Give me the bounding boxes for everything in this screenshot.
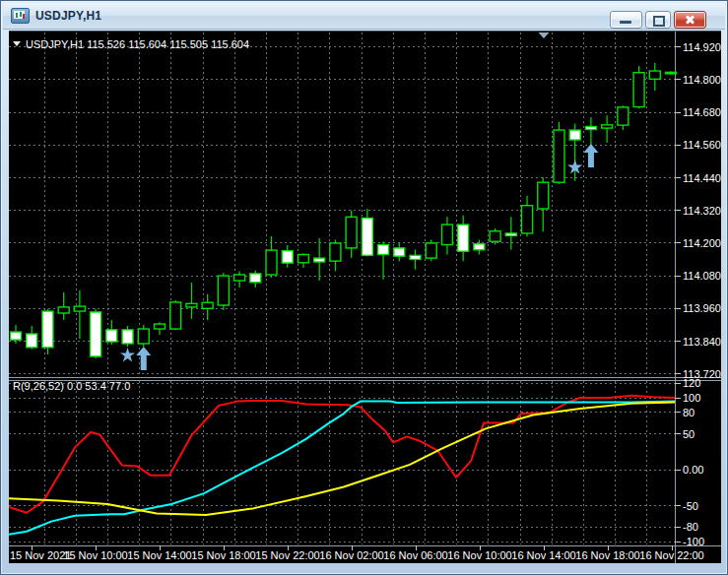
restore-button[interactable]: [645, 11, 671, 29]
indicator-axis-label: -50: [683, 500, 698, 512]
chart-background: [9, 32, 721, 563]
indicator-label: R(9,26,52) 0.0 53.4 77.0: [13, 380, 130, 392]
candle: [554, 122, 564, 184]
time-axis-label: 15 Nov 10:00: [63, 549, 127, 561]
time-axis-label: 15 Nov 18:00: [191, 549, 255, 561]
indicator-axis-label: 120: [683, 377, 700, 389]
chart-canvas[interactable]: 114.920114.800114.680114.560114.440114.3…: [9, 32, 721, 563]
time-axis-label: 16 Nov 18:00: [575, 549, 639, 561]
title-bar[interactable]: USDJPY,H1: [3, 3, 725, 30]
time-axis-label: 15 Nov 2021: [10, 549, 71, 561]
restore-icon: [653, 16, 665, 27]
price-axis-label: 114.200: [683, 237, 721, 249]
indicator-axis-label: 0.00: [683, 464, 703, 476]
window-title: USDJPY,H1: [35, 9, 101, 23]
mt4-chart-window: USDJPY,H1 114.920114.800114.680114.56011…: [0, 0, 728, 575]
time-axis-label: 16 Nov 14:00: [511, 549, 575, 561]
candle: [426, 240, 436, 262]
price-axis-label: 113.960: [683, 302, 721, 314]
candle: [170, 300, 181, 330]
chart-window-icon: [11, 8, 30, 24]
window-controls: [610, 11, 706, 29]
candle: [633, 66, 644, 108]
candle: [91, 309, 101, 358]
time-axis-label: 16 Nov 02:00: [319, 549, 383, 561]
price-axis-label: 113.840: [683, 336, 721, 348]
time-axis-label: 16 Nov 10:00: [447, 549, 511, 561]
price-axis-label: 114.440: [683, 172, 721, 184]
indicator-axis-label: -100: [683, 536, 704, 547]
price-axis-label: 114.320: [683, 205, 721, 217]
close-button[interactable]: [674, 11, 706, 29]
time-axis-label: 15 Nov 14:00: [127, 549, 191, 561]
price-axis-label: 114.080: [683, 270, 721, 282]
minimize-button[interactable]: [610, 11, 642, 29]
time-axis-label: 16 Nov 22:00: [639, 549, 703, 561]
ohlc-label: USDJPY,H1 115.526 115.604 115.505 115.60…: [26, 38, 249, 50]
indicator-axis-label: 100: [683, 392, 700, 404]
price-axis-label: 114.800: [683, 74, 721, 86]
candle: [218, 273, 229, 310]
time-axis-label: 15 Nov 22:00: [255, 549, 319, 561]
indicator-axis-label: -80: [683, 521, 698, 533]
indicator-axis-label: 80: [683, 407, 695, 418]
time-axis-label: 16 Nov 06:00: [383, 549, 447, 561]
price-axis-label: 114.920: [683, 41, 721, 53]
chart-area[interactable]: 114.920114.800114.680114.560114.440114.3…: [9, 31, 721, 562]
minimize-icon: [620, 21, 631, 24]
price-axis-label: 114.560: [683, 139, 721, 151]
indicator-axis-label: 50: [683, 428, 695, 440]
price-axis-label: 114.680: [683, 106, 721, 118]
candle: [42, 309, 53, 354]
